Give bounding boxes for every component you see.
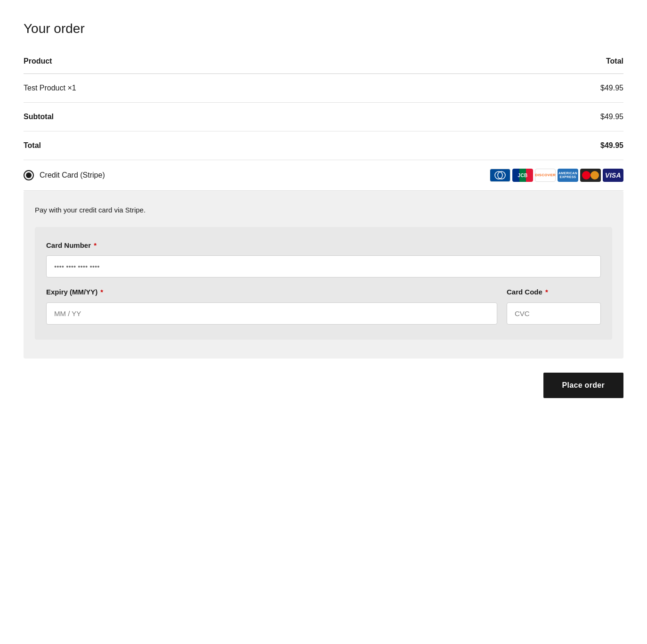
expiry-input[interactable] bbox=[46, 302, 497, 325]
payment-method-row: Credit Card (Stripe) JCB bbox=[24, 160, 623, 191]
subtotal-value-cell: $49.95 bbox=[251, 103, 623, 131]
subtotal-value: $49.95 bbox=[600, 113, 623, 121]
credit-card-radio[interactable] bbox=[24, 170, 34, 180]
column-header-total: Total bbox=[251, 56, 623, 74]
cvc-required: * bbox=[543, 288, 548, 296]
radio-inner bbox=[26, 172, 32, 178]
card-number-label: Card Number * bbox=[46, 240, 601, 251]
place-order-button[interactable]: Place order bbox=[543, 373, 623, 398]
amex-icon: AMERICANEXPRESS bbox=[558, 169, 578, 182]
payment-method-cell: Credit Card (Stripe) bbox=[24, 160, 251, 191]
expiry-cvc-row: Expiry (MM/YY) * Card Code * bbox=[46, 287, 601, 325]
discover-icon: DISCOVER bbox=[535, 169, 556, 182]
place-order-row: Place order bbox=[24, 373, 623, 398]
table-row-total: Total $49.95 bbox=[24, 131, 623, 160]
cvc-group: Card Code * bbox=[507, 287, 601, 325]
product-price-cell: $49.95 bbox=[251, 74, 623, 103]
column-header-product: Product bbox=[24, 56, 251, 74]
table-row-subtotal: Subtotal $49.95 bbox=[24, 103, 623, 131]
jcb-icon: JCB bbox=[512, 169, 533, 182]
cvc-label: Card Code * bbox=[507, 287, 601, 298]
visa-icon: VISA bbox=[603, 169, 623, 182]
expiry-required: * bbox=[98, 288, 103, 296]
stripe-form: Card Number * Expiry (MM/YY) * Card Code… bbox=[35, 227, 612, 340]
total-value-cell: $49.95 bbox=[251, 131, 623, 160]
product-name: Test Product bbox=[24, 84, 65, 92]
product-quantity-value: ×1 bbox=[67, 84, 76, 92]
card-icons-cell: JCB DISCOVER AMERICANEXPRESS VISA bbox=[251, 160, 623, 191]
diners-icon bbox=[490, 169, 510, 182]
card-number-group: Card Number * bbox=[46, 240, 601, 278]
stripe-panel: Pay with your credit card via Stripe. Ca… bbox=[24, 191, 623, 359]
total-value: $49.95 bbox=[600, 141, 623, 149]
total-label: Total bbox=[24, 141, 41, 149]
mastercard-icon bbox=[580, 169, 601, 182]
payment-method-label: Credit Card (Stripe) bbox=[40, 170, 105, 181]
subtotal-label-cell: Subtotal bbox=[24, 103, 251, 131]
stripe-description: Pay with your credit card via Stripe. bbox=[35, 205, 612, 216]
expiry-group: Expiry (MM/YY) * bbox=[46, 287, 497, 325]
expiry-label: Expiry (MM/YY) * bbox=[46, 287, 497, 298]
card-number-input[interactable] bbox=[46, 255, 601, 277]
subtotal-label: Subtotal bbox=[24, 113, 54, 121]
card-icons-group: JCB DISCOVER AMERICANEXPRESS VISA bbox=[251, 169, 623, 182]
page-container: Your order Product Total Test Product ×1… bbox=[0, 0, 647, 426]
page-title: Your order bbox=[24, 19, 623, 39]
product-name-cell: Test Product ×1 bbox=[24, 74, 251, 103]
order-table: Product Total Test Product ×1 $49.95 Sub… bbox=[24, 56, 623, 191]
total-label-cell: Total bbox=[24, 131, 251, 160]
table-row-product: Test Product ×1 $49.95 bbox=[24, 74, 623, 103]
card-number-required: * bbox=[92, 241, 97, 249]
cvc-input[interactable] bbox=[507, 302, 601, 325]
